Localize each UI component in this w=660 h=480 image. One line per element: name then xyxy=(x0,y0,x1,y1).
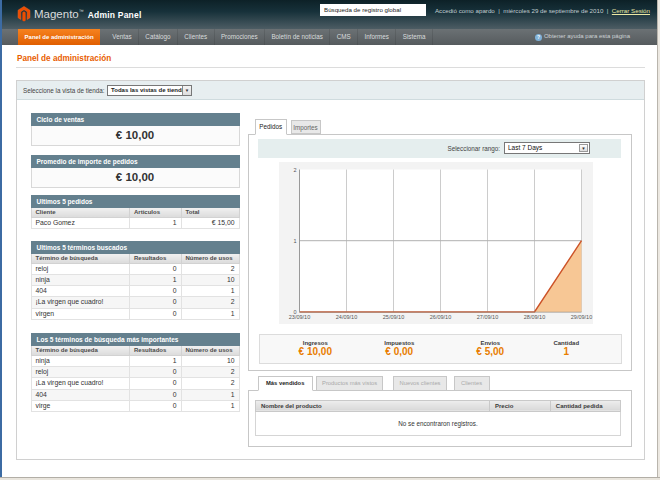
svg-text:25/09/10: 25/09/10 xyxy=(382,314,403,320)
svg-text:29/09/10: 29/09/10 xyxy=(570,314,591,320)
svg-text:28/09/10: 28/09/10 xyxy=(523,314,544,320)
svg-text:24/09/10: 24/09/10 xyxy=(335,314,356,320)
svg-text:1: 1 xyxy=(293,238,296,244)
svg-text:2: 2 xyxy=(293,167,296,173)
svg-text:23/09/10: 23/09/10 xyxy=(288,314,309,320)
svg-text:26/09/10: 26/09/10 xyxy=(429,314,450,320)
svg-text:27/09/10: 27/09/10 xyxy=(476,314,497,320)
